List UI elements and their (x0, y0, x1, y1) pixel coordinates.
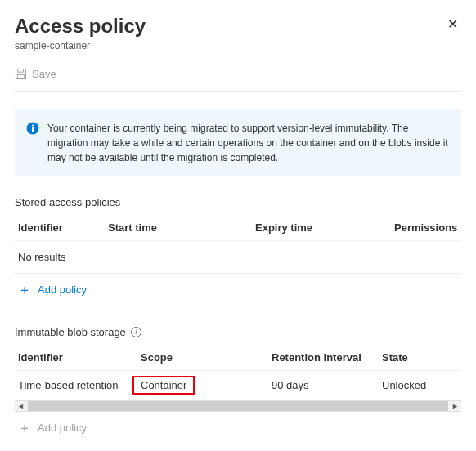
close-button[interactable]: ✕ (444, 15, 461, 34)
column-identifier[interactable]: Identifier (18, 221, 108, 234)
no-results-row: No results (15, 241, 461, 274)
table-row[interactable]: Time-based retention Container 90 days U… (15, 371, 461, 400)
info-message: Your container is currently being migrat… (47, 121, 448, 165)
plus-icon: ＋ (18, 284, 31, 297)
column-permissions[interactable]: Permissions (394, 221, 458, 234)
cell-retention-interval: 90 days (272, 379, 382, 391)
svg-rect-5 (32, 127, 34, 132)
svg-point-4 (32, 124, 34, 126)
add-policy-label: Add policy (38, 422, 87, 434)
horizontal-scrollbar[interactable] (15, 400, 461, 412)
info-banner: Your container is currently being migrat… (15, 109, 461, 176)
column-start-time[interactable]: Start time (108, 221, 255, 234)
cell-identifier: Time-based retention (18, 379, 141, 391)
save-icon (15, 68, 27, 80)
cell-state: Unlocked (382, 379, 458, 391)
column-scope[interactable]: Scope (141, 351, 272, 364)
svg-rect-2 (17, 74, 24, 78)
add-policy-label: Add policy (38, 284, 87, 296)
save-label: Save (32, 68, 56, 80)
stored-access-policies-table: Identifier Start time Expiry time Permis… (15, 215, 461, 274)
immutable-blob-storage-title: Immutable blob storage i (15, 326, 461, 338)
page-subtitle: sample-container (15, 40, 146, 51)
plus-icon: ＋ (18, 422, 31, 435)
add-stored-access-policy-button[interactable]: ＋ Add policy (15, 274, 90, 306)
cell-scope: Container (141, 379, 272, 391)
column-expiry-time[interactable]: Expiry time (255, 221, 394, 234)
info-hint-icon[interactable]: i (131, 327, 141, 337)
save-button: Save (15, 66, 56, 82)
add-immutable-policy-button: ＋ Add policy (15, 412, 90, 444)
page-title: Access policy (15, 15, 146, 38)
column-retention-interval[interactable]: Retention interval (272, 351, 382, 364)
svg-rect-1 (18, 69, 24, 72)
column-state[interactable]: State (382, 351, 458, 364)
column-identifier[interactable]: Identifier (18, 351, 141, 364)
close-icon: ✕ (447, 17, 458, 31)
stored-access-policies-title: Stored access policies (15, 196, 461, 208)
immutable-blob-storage-table: Identifier Scope Retention interval Stat… (15, 345, 461, 400)
info-icon (26, 122, 39, 135)
